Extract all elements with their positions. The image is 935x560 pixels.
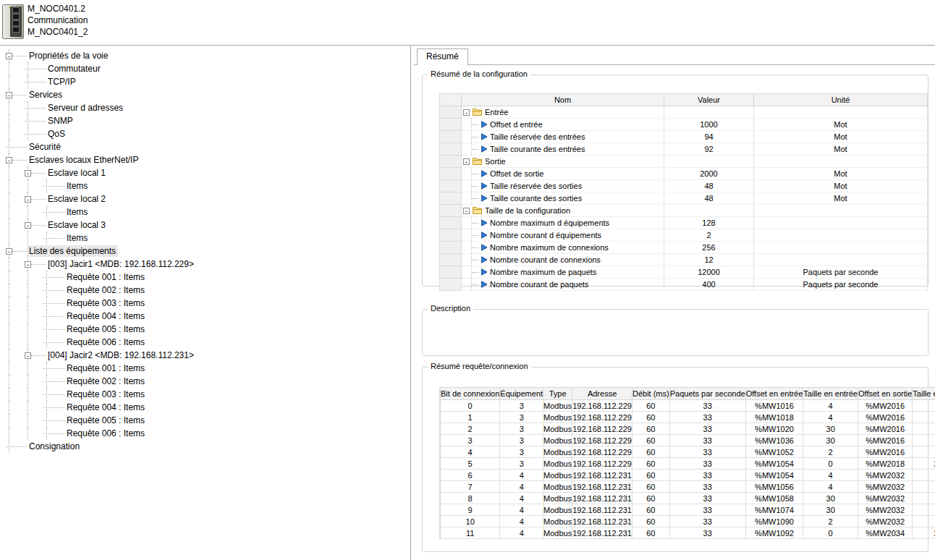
- tree-item[interactable]: Items: [0, 205, 410, 219]
- request-row[interactable]: 23Modbus192.168.112.2296033%MW102030%MW2…: [440, 423, 935, 435]
- tree-item[interactable]: Commutateur: [0, 62, 410, 75]
- tree-item[interactable]: Requête 006 : Items: [0, 427, 410, 440]
- tree-item[interactable]: Sécurité: [0, 140, 410, 153]
- minus-expander-icon[interactable]: -: [463, 208, 470, 214]
- tree-item[interactable]: Requête 005 : Items: [0, 414, 410, 427]
- data-cell: %MW2032: [858, 470, 912, 481]
- tree-item[interactable]: QoS: [0, 127, 410, 140]
- tree-item[interactable]: Serveur d adresses: [0, 101, 410, 114]
- tree-item[interactable]: Items: [0, 232, 410, 245]
- column-header[interactable]: Taille en entrée: [803, 388, 858, 400]
- tree-item[interactable]: Requête 004 : Items: [0, 310, 410, 323]
- main-panes: -Propriétés de la voieCommutateurTCP/IP-…: [0, 45, 935, 560]
- tree-item-label: Serveur d adresses: [46, 102, 125, 114]
- data-cell: 4: [500, 493, 543, 504]
- config-row[interactable]: Offset d entrée1000Mot: [440, 119, 928, 131]
- column-header-nom[interactable]: Nom: [462, 94, 664, 106]
- column-header[interactable]: Offset en sortie: [858, 388, 912, 400]
- minus-expander-icon[interactable]: -: [6, 53, 12, 59]
- row-header-cell: [440, 205, 462, 217]
- config-row[interactable]: -Sortie: [440, 156, 928, 168]
- config-row[interactable]: Taille réservée des sorties48Mot: [440, 180, 928, 192]
- minus-expander-icon[interactable]: -: [6, 92, 12, 98]
- tree-item[interactable]: Requête 003 : Items: [0, 297, 410, 310]
- tree-item[interactable]: -Esclave local 2: [0, 192, 410, 205]
- tree-item[interactable]: -Propriétés de la voie: [0, 49, 410, 62]
- request-row[interactable]: 94Modbus192.168.112.2316033%MW107430%MW2…: [440, 504, 935, 516]
- config-row[interactable]: Taille courante des entrées92Mot: [440, 143, 928, 156]
- tree-item[interactable]: SNMP: [0, 114, 410, 127]
- tree-item[interactable]: Consignation: [0, 440, 410, 453]
- config-row[interactable]: Nombre maximum de paquets12000Paquets pa…: [440, 266, 928, 279]
- column-header[interactable]: Adresse: [572, 388, 632, 400]
- tree-item[interactable]: Requête 002 : Items: [0, 284, 410, 297]
- column-header-row-header[interactable]: [440, 94, 462, 106]
- tree-item[interactable]: -Liste des équipements: [0, 245, 410, 258]
- request-row[interactable]: 33Modbus192.168.112.2296033%MW103630%MW2…: [440, 435, 935, 446]
- minus-expander-icon[interactable]: -: [463, 109, 470, 116]
- tree-item[interactable]: Requête 005 : Items: [0, 323, 410, 336]
- config-row[interactable]: Taille courante des sorties48Mot: [440, 192, 928, 205]
- minus-expander-icon[interactable]: -: [25, 196, 31, 203]
- column-header[interactable]: Taille en sortie: [913, 388, 935, 400]
- minus-expander-icon[interactable]: -: [25, 170, 31, 177]
- tree-item[interactable]: -Esclaves locaux EtherNet/IP: [0, 153, 410, 166]
- request-row[interactable]: 114Modbus192.168.112.2316033%MW10920%MW2…: [440, 527, 935, 539]
- config-row[interactable]: Nombre maximum de connexions256: [440, 242, 928, 254]
- config-summary-table[interactable]: NomValeurUnité-EntréeOffset d entrée1000…: [439, 93, 928, 291]
- tab-strip: Résumé: [414, 46, 935, 65]
- tree-item[interactable]: Items: [0, 179, 410, 192]
- column-header[interactable]: Type: [543, 388, 572, 400]
- request-row[interactable]: 13Modbus192.168.112.2296033%MW10184%MW20…: [440, 412, 935, 423]
- request-row[interactable]: 104Modbus192.168.112.2316033%MW10902%MW2…: [440, 516, 935, 527]
- column-header[interactable]: Offset en entrée: [745, 388, 803, 400]
- param-arrow-icon: [481, 268, 488, 276]
- config-row[interactable]: Taille réservée des entrées94Mot: [440, 131, 928, 143]
- config-row[interactable]: Nombre courant de paquets400Paquets par …: [440, 279, 928, 291]
- column-header[interactable]: Équipement: [500, 388, 543, 400]
- minus-expander-icon[interactable]: -: [6, 248, 12, 255]
- data-cell: 0: [913, 435, 935, 446]
- data-cell: Modbus: [543, 446, 572, 458]
- tree-item[interactable]: TCP/IP: [0, 75, 410, 88]
- column-header-valeur[interactable]: Valeur: [664, 94, 754, 106]
- tree-item[interactable]: Requête 002 : Items: [0, 375, 410, 388]
- minus-expander-icon[interactable]: -: [25, 261, 31, 268]
- tree-connector: [43, 316, 64, 317]
- tree-guide-line: [28, 401, 28, 414]
- tree-item[interactable]: Requête 006 : Items: [0, 336, 410, 349]
- tree-item[interactable]: -Esclave local 3: [0, 219, 410, 232]
- column-header[interactable]: Paquets par seconde: [669, 388, 745, 400]
- tab-resume[interactable]: Résumé: [417, 48, 468, 65]
- minus-expander-icon[interactable]: -: [6, 157, 12, 164]
- config-row[interactable]: Offset de sortie2000Mot: [440, 168, 928, 180]
- tree-item[interactable]: Requête 001 : Items: [0, 271, 410, 284]
- minus-expander-icon[interactable]: -: [463, 158, 470, 165]
- tree-item[interactable]: -[004] Jacir2 <MDB: 192.168.112.231>: [0, 349, 410, 362]
- tree-item[interactable]: -Esclave local 1: [0, 166, 410, 179]
- request-row[interactable]: 53Modbus192.168.112.2296033%MW10540%MW20…: [440, 458, 935, 470]
- tree-item[interactable]: Requête 004 : Items: [0, 401, 410, 414]
- config-row[interactable]: Nombre courant d équipements2: [440, 229, 928, 242]
- minus-expander-icon[interactable]: -: [25, 352, 31, 359]
- request-row[interactable]: 43Modbus192.168.112.2296033%MW10522%MW20…: [440, 446, 935, 458]
- request-row[interactable]: 84Modbus192.168.112.2316033%MW105830%MW2…: [440, 493, 935, 504]
- request-row[interactable]: 03Modbus192.168.112.2296033%MW10164%MW20…: [440, 400, 935, 412]
- request-row[interactable]: 74Modbus192.168.112.2316033%MW10564%MW20…: [440, 481, 935, 493]
- tree-item[interactable]: Requête 003 : Items: [0, 388, 410, 401]
- request-summary-table[interactable]: Bit de connexionÉquipementTypeAdresseDéb…: [439, 387, 935, 539]
- column-header[interactable]: Débit (ms): [632, 388, 669, 400]
- config-row[interactable]: -Entrée: [440, 106, 928, 119]
- tree-item[interactable]: Requête 001 : Items: [0, 362, 410, 375]
- column-header[interactable]: Bit de connexion: [441, 388, 500, 400]
- minus-expander-icon[interactable]: -: [25, 222, 31, 229]
- config-row[interactable]: Nombre courant de connexions12: [440, 254, 928, 266]
- tree-item[interactable]: -Services: [0, 88, 410, 101]
- unit-cell: Mot: [754, 168, 928, 180]
- config-row[interactable]: Nombre maximum d équipements128: [440, 217, 928, 229]
- config-row[interactable]: -Taille de la configuration: [440, 205, 928, 217]
- request-row[interactable]: 64Modbus192.168.112.2316033%MW10544%MW20…: [440, 470, 935, 481]
- column-header-unite[interactable]: Unité: [754, 94, 928, 106]
- tree-guide-line: [9, 114, 9, 127]
- tree-item[interactable]: -[003] Jacir1 <MDB: 192.168.112.229>: [0, 258, 410, 271]
